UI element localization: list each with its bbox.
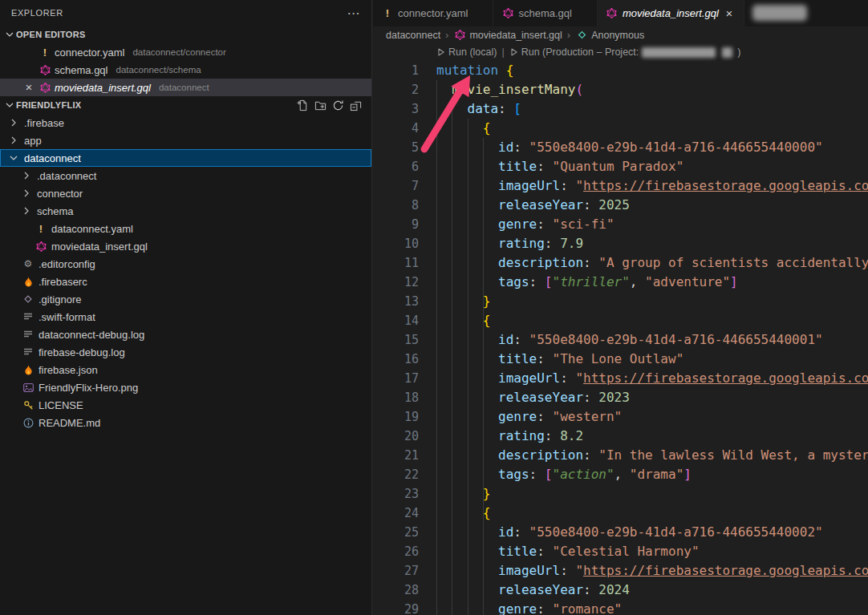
open-editor-connector.yaml[interactable]: ×!connector.yamldataconnect/connector xyxy=(0,43,371,61)
code-line-21[interactable]: description: "In the lawless Wild West, … xyxy=(436,446,868,465)
tree-item-dataconnect.yaml[interactable]: !dataconnect.yaml xyxy=(0,220,371,237)
code-line-13[interactable]: } xyxy=(436,292,868,311)
play-icon xyxy=(509,47,518,57)
breadcrumb-item-moviedata_insert.gql[interactable]: moviedata_insert.gql xyxy=(453,29,562,42)
file-name: .dataconnect xyxy=(37,170,96,182)
code-line-29[interactable]: genre: "romance" xyxy=(436,600,868,615)
code-line-27[interactable]: imageUrl: "https://firebasestorage.googl… xyxy=(436,561,868,581)
vscode-window: EXPLORER ⋯ OPEN EDITORS ×!connector.yaml… xyxy=(0,0,868,615)
file-name: .gitignore xyxy=(39,293,81,305)
refresh-icon[interactable] xyxy=(332,99,344,111)
code-line-7[interactable]: imageUrl: "https://firebasestorage.googl… xyxy=(436,176,868,196)
line-number: 25 xyxy=(373,523,419,542)
code-line-25[interactable]: id: "550e8400-e29b-41d4-a716-44665544000… xyxy=(436,523,868,542)
open-editors-header[interactable]: OPEN EDITORS xyxy=(0,26,371,43)
file-name: .firebaserc xyxy=(39,276,87,288)
run-production-button[interactable]: Run (Production – Project: ) xyxy=(509,47,741,58)
indent-spacer xyxy=(7,363,20,376)
code-lines-wrap: mutation { movie_insertMany( data: [ { i… xyxy=(436,61,868,615)
line-number: 11 xyxy=(373,253,419,273)
tree-item-.dataconnect[interactable]: .dataconnect xyxy=(0,167,371,184)
file-name: connector xyxy=(37,188,83,200)
redacted-project-name xyxy=(642,47,716,58)
code-line-20[interactable]: rating: 8.2 xyxy=(436,427,868,446)
indent-spacer xyxy=(7,416,20,429)
tree-item-dataconnect[interactable]: dataconnect xyxy=(0,149,371,167)
code-line-10[interactable]: rating: 7.9 xyxy=(436,234,868,253)
breadcrumb-item-Anonymous[interactable]: Anonymous xyxy=(575,29,644,42)
graphql-icon xyxy=(39,63,51,76)
code-line-24[interactable]: { xyxy=(436,504,868,523)
code-line-1[interactable]: mutation { xyxy=(436,61,868,80)
tab-connector.yaml[interactable]: !connector.yaml× xyxy=(373,0,493,26)
code-line-15[interactable]: id: "550e8400-e29b-41d4-a716-44665544000… xyxy=(436,330,868,350)
code-lines[interactable]: mutation { movie_insertMany( data: [ { i… xyxy=(436,61,868,615)
code-line-3[interactable]: data: [ xyxy=(436,99,868,119)
code-line-2[interactable]: movie_insertMany( xyxy=(436,80,868,99)
new-folder-icon[interactable] xyxy=(314,99,327,111)
chevron-right-icon xyxy=(20,204,33,217)
code-line-4[interactable]: { xyxy=(436,119,868,138)
line-number: 19 xyxy=(373,407,419,427)
tree-item-.firebaserc[interactable]: .firebaserc xyxy=(0,273,371,290)
info-icon xyxy=(22,416,34,429)
code-line-8[interactable]: releaseYear: 2025 xyxy=(436,196,868,215)
code-line-17[interactable]: imageUrl: "https://firebasestorage.googl… xyxy=(436,369,868,388)
tree-item-firebase-debug.log[interactable]: firebase-debug.log xyxy=(0,343,371,361)
tree-item-.swift-format[interactable]: .swift-format xyxy=(0,308,371,326)
tree-item-moviedata_insert.gql[interactable]: moviedata_insert.gql xyxy=(0,237,371,255)
close-icon[interactable]: × xyxy=(22,81,35,94)
open-editor-schema.gql[interactable]: ×schema.gqldataconnect/schema xyxy=(0,61,371,79)
code-line-14[interactable]: { xyxy=(436,311,868,330)
breadcrumb-label: Anonymous xyxy=(591,30,644,41)
tree-item-schema[interactable]: schema xyxy=(0,202,371,220)
tree-item-README.md[interactable]: README.md xyxy=(0,414,371,431)
code-area[interactable]: Run (local) | Run (Production – Project:… xyxy=(436,43,868,615)
tree-item-app[interactable]: app xyxy=(0,131,371,149)
run-local-button[interactable]: Run (local) xyxy=(436,47,497,58)
close-icon[interactable]: × xyxy=(723,7,736,20)
tree-item-FriendlyFlix-Hero.png[interactable]: FriendlyFlix-Hero.png xyxy=(0,378,371,396)
code-line-16[interactable]: title: "The Lone Outlaw" xyxy=(436,350,868,369)
workspace-header[interactable]: FRIENDLYFLIX xyxy=(0,96,371,114)
file-name: .editorconfig xyxy=(39,258,95,270)
open-editor-moviedata_insert.gql[interactable]: ×moviedata_insert.gqldataconnect xyxy=(0,79,371,96)
code-line-6[interactable]: title: "Quantum Paradox" xyxy=(436,157,868,176)
tree-item-dataconnect-debug.log[interactable]: dataconnect-debug.log xyxy=(0,326,371,343)
graphql-icon xyxy=(453,29,466,42)
line-number: 5 xyxy=(373,138,419,157)
indent-spacer xyxy=(20,240,33,253)
gear-icon: ⚙ xyxy=(22,257,34,270)
collapse-all-icon[interactable] xyxy=(350,99,362,111)
code-line-26[interactable]: title: "Celestial Harmony" xyxy=(436,542,868,561)
tree-item-firebase.json[interactable]: firebase.json xyxy=(0,361,371,378)
code-line-18[interactable]: releaseYear: 2023 xyxy=(436,388,868,407)
more-actions-icon[interactable]: ⋯ xyxy=(347,6,360,21)
code-line-23[interactable]: } xyxy=(436,484,868,504)
line-number: 4 xyxy=(373,119,419,138)
code-line-11[interactable]: description: "A group of scientists acci… xyxy=(436,253,868,273)
tree-item-.firebase[interactable]: .firebase xyxy=(0,114,371,131)
breadcrumb-separator-icon: › xyxy=(445,29,448,41)
file-name: .swift-format xyxy=(39,311,95,323)
tree-item-.editorconfig[interactable]: ⚙.editorconfig xyxy=(0,255,371,273)
code-line-28[interactable]: releaseYear: 2024 xyxy=(436,581,868,600)
codelens-separator: | xyxy=(501,47,504,58)
tree-item-connector[interactable]: connector xyxy=(0,184,371,202)
line-number: 15 xyxy=(373,330,419,350)
breadcrumb-item-dataconnect[interactable]: dataconnect xyxy=(386,30,440,41)
code-line-5[interactable]: id: "550e8400-e29b-41d4-a716-44665544000… xyxy=(436,138,868,157)
code-line-19[interactable]: genre: "western" xyxy=(436,407,868,427)
tree-item-.gitignore[interactable]: .gitignore xyxy=(0,290,371,308)
indent-spacer xyxy=(7,257,20,270)
tab-schema.gql[interactable]: schema.gql× xyxy=(493,0,597,26)
code-line-9[interactable]: genre: "sci-fi" xyxy=(436,215,868,234)
file-name: dataconnect-debug.log xyxy=(39,329,144,341)
indent-spacer xyxy=(7,381,20,394)
new-file-icon[interactable] xyxy=(297,99,309,111)
code-line-22[interactable]: tags: ["action", "drama"] xyxy=(436,465,868,484)
editor-pane: !connector.yaml×schema.gql×moviedata_ins… xyxy=(373,0,868,615)
tree-item-LICENSE[interactable]: LICENSE xyxy=(0,396,371,414)
tab-moviedata_insert.gql[interactable]: moviedata_insert.gql× xyxy=(598,0,744,26)
code-line-12[interactable]: tags: ["thriller", "adventure"] xyxy=(436,273,868,292)
